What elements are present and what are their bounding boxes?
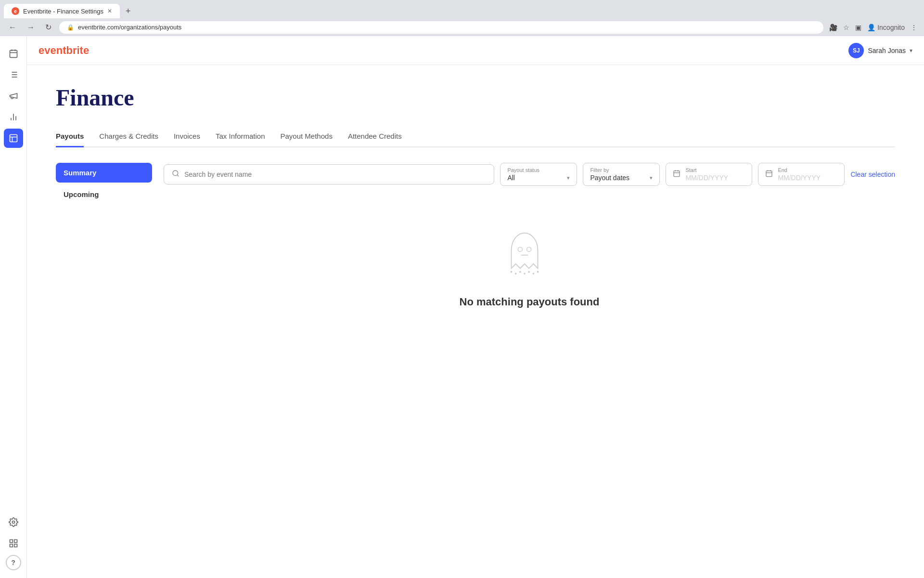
tab-payout-methods[interactable]: Payout Methods (281, 126, 333, 147)
sidebar-icon-settings[interactable] (4, 512, 23, 532)
clear-selection-button[interactable]: Clear selection (850, 171, 895, 178)
svg-rect-17 (14, 544, 17, 547)
more-options-button[interactable]: ⋮ (910, 23, 918, 32)
chevron-down-icon: ▾ (910, 47, 912, 54)
sidebar: ? (0, 36, 27, 578)
empty-state: No matching payouts found (164, 197, 895, 337)
svg-point-33 (515, 273, 517, 275)
payout-status-chevron: ▾ (567, 175, 570, 181)
main-content: Finance Payouts Charges & Credits Invoic… (27, 65, 924, 578)
browser-chrome: e Eventbrite - Finance Settings ✕ + ← → … (0, 0, 924, 36)
user-avatar: SJ (848, 43, 864, 58)
browser-actions: 🎥 ☆ ▣ 👤 Incognito ⋮ (828, 23, 918, 32)
filter-by-value: Payout dates ▾ (590, 174, 653, 182)
browser-toolbar: ← → ↻ 🔒 eventbrite.com/organizations/pay… (0, 18, 924, 36)
tab-invoices[interactable]: Invoices (174, 126, 200, 147)
search-box[interactable] (164, 164, 494, 184)
svg-point-30 (527, 247, 531, 251)
summary-button[interactable]: Summary (56, 163, 152, 183)
sidebar-icon-megaphone[interactable] (4, 86, 23, 105)
sidebar-icon-list[interactable] (4, 65, 23, 84)
filter-by-chevron: ▾ (650, 175, 653, 181)
content-area: Summary Upcoming (56, 163, 895, 337)
tab-close-button[interactable]: ✕ (107, 8, 112, 14)
end-label: End (778, 167, 821, 173)
user-name: Sarah Jonas (868, 47, 906, 54)
start-date-inner: Start MM/DD/YYYY (685, 167, 728, 182)
search-icon (172, 170, 180, 179)
filter-by-label: Filter by (590, 167, 653, 173)
search-input[interactable] (184, 171, 486, 178)
start-date-input[interactable]: Start MM/DD/YYYY (666, 163, 752, 186)
svg-point-36 (528, 271, 530, 273)
tabs-nav: Payouts Charges & Credits Invoices Tax I… (56, 126, 895, 147)
tab-payouts[interactable]: Payouts (56, 126, 84, 147)
sidebar-icon-help[interactable]: ? (6, 555, 21, 570)
left-panel: Summary Upcoming (56, 163, 152, 337)
main-wrapper: eventbrite SJ Sarah Jonas ▾ Finance Payo… (27, 36, 924, 578)
svg-rect-15 (10, 540, 13, 543)
svg-point-38 (537, 271, 539, 273)
tab-tax-information[interactable]: Tax Information (216, 126, 265, 147)
start-value: MM/DD/YYYY (685, 174, 728, 182)
tab-favicon: e (12, 7, 19, 15)
filters-row: Payout status All ▾ Filter by Payout dat… (164, 163, 895, 186)
extensions-icon[interactable]: ▣ (854, 23, 862, 32)
lock-icon: 🔒 (67, 24, 74, 31)
start-label: Start (685, 167, 728, 173)
refresh-button[interactable]: ↻ (42, 22, 54, 33)
svg-rect-0 (10, 50, 17, 57)
user-menu[interactable]: SJ Sarah Jonas ▾ (848, 43, 912, 58)
svg-rect-13 (10, 135, 17, 142)
empty-state-message: No matching payouts found (460, 296, 600, 308)
address-bar[interactable]: 🔒 eventbrite.com/organizations/payouts (59, 21, 823, 34)
svg-point-14 (12, 521, 14, 524)
payout-status-value: All ▾ (507, 174, 570, 182)
filter-by-select[interactable]: Filter by Payout dates ▾ (583, 163, 660, 186)
sidebar-bottom: ? (4, 512, 23, 570)
end-value: MM/DD/YYYY (778, 174, 821, 182)
tab-attendee-credits[interactable]: Attendee Credits (348, 126, 402, 147)
tab-charges-credits[interactable]: Charges & Credits (99, 126, 158, 147)
svg-rect-18 (10, 544, 13, 547)
back-button[interactable]: ← (6, 22, 19, 33)
end-date-inner: End MM/DD/YYYY (778, 167, 821, 182)
payout-status-label: Payout status (507, 167, 570, 173)
browser-tabs: e Eventbrite - Finance Settings ✕ + (0, 0, 924, 18)
sidebar-icon-chart[interactable] (4, 107, 23, 127)
upcoming-button[interactable]: Upcoming (56, 184, 152, 204)
right-panel: Payout status All ▾ Filter by Payout dat… (164, 163, 895, 337)
url-text: eventbrite.com/organizations/payouts (78, 24, 181, 31)
payout-status-filter[interactable]: Payout status All ▾ (500, 163, 577, 186)
svg-point-35 (524, 273, 526, 275)
start-calendar-icon (673, 170, 680, 179)
app-layout: ? eventbrite SJ Sarah Jonas ▾ Finance Pa… (0, 36, 924, 578)
svg-point-34 (519, 271, 521, 273)
favicon-letter: e (14, 9, 17, 14)
svg-rect-25 (766, 171, 772, 177)
svg-point-32 (511, 271, 513, 273)
active-tab[interactable]: e Eventbrite - Finance Settings ✕ (4, 4, 120, 18)
svg-rect-21 (674, 171, 680, 177)
forward-button[interactable]: → (24, 22, 38, 33)
sidebar-icon-calendar[interactable] (4, 44, 23, 63)
page-title: Finance (56, 84, 895, 111)
new-tab-button[interactable]: + (122, 4, 135, 18)
sidebar-icon-grid[interactable] (4, 534, 23, 553)
svg-rect-16 (14, 540, 17, 543)
eventbrite-logo: eventbrite (38, 44, 89, 57)
ghost-illustration (500, 226, 558, 284)
sidebar-icon-finance[interactable] (4, 129, 23, 148)
profile-button[interactable]: 👤 Incognito (866, 23, 906, 32)
tab-title: Eventbrite - Finance Settings (23, 8, 103, 15)
top-nav: eventbrite SJ Sarah Jonas ▾ (27, 36, 924, 65)
camera-off-icon[interactable]: 🎥 (828, 23, 838, 32)
svg-point-37 (533, 273, 535, 275)
svg-point-19 (173, 171, 178, 176)
svg-line-20 (177, 175, 179, 176)
logo-text: eventbrite (38, 44, 89, 57)
end-calendar-icon (765, 170, 773, 179)
svg-point-29 (518, 247, 522, 251)
end-date-input[interactable]: End MM/DD/YYYY (758, 163, 845, 186)
bookmark-icon[interactable]: ☆ (842, 23, 850, 32)
